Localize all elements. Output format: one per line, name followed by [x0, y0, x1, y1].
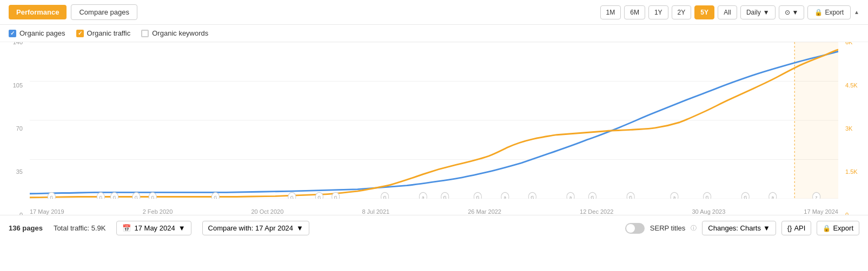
period-all[interactable]: All	[718, 5, 737, 19]
y-label-0: 0	[19, 212, 23, 215]
svg-text:G: G	[443, 195, 447, 199]
bottom-right-controls: SERP titles ⓘ Changes: Charts ▼ {} API 🔒…	[625, 221, 859, 235]
x-label-8: 17 May 2024	[804, 208, 838, 215]
target-dropdown[interactable]: ⊙ ▼	[779, 5, 805, 19]
y-axis-left: 140 105 70 35 0	[0, 42, 27, 215]
y-label-35: 35	[16, 168, 23, 175]
chart-container: 140 105 70 35 0 6K 4.5K 3K 1.5K 0 G	[0, 42, 868, 215]
y-axis-right: 6K 4.5K 3K 1.5K 0	[841, 42, 868, 215]
changes-label: Changes: Charts	[708, 224, 761, 232]
svg-text:a: a	[569, 195, 572, 199]
bottom-export-button[interactable]: 🔒 Export	[817, 221, 859, 235]
svg-text:G: G	[629, 195, 633, 199]
y-label-105: 105	[13, 82, 23, 89]
organic-traffic-label: Organic traffic	[87, 29, 131, 37]
x-label-5: 26 Mar 2022	[468, 208, 501, 215]
svg-text:G: G	[99, 195, 103, 199]
svg-text:G: G	[50, 195, 54, 199]
export-lock-icon: 🔒	[823, 225, 831, 232]
svg-text:G: G	[214, 195, 217, 199]
api-icon: {}	[787, 224, 792, 232]
legend-organic-keywords[interactable]: Organic keywords	[141, 29, 208, 37]
y-label-4-5k: 4.5K	[845, 82, 858, 89]
x-label-2: 2 Feb 2020	[143, 208, 173, 215]
daily-dropdown[interactable]: Daily ▼	[740, 5, 776, 19]
y-label-3k: 3K	[845, 125, 852, 132]
checkmark-icon: ✓	[10, 30, 15, 36]
serp-titles-label: SERP titles	[650, 224, 686, 232]
api-button[interactable]: {} API	[781, 221, 812, 235]
period-1m[interactable]: 1M	[600, 5, 621, 19]
y-label-6k: 6K	[845, 42, 852, 45]
total-traffic-value: 5.9K	[91, 224, 106, 232]
serp-titles-toggle[interactable]	[625, 223, 645, 234]
svg-text:G: G	[334, 195, 338, 199]
legend-organic-traffic[interactable]: ✓ Organic traffic	[76, 29, 131, 37]
calendar-icon: 📅	[122, 224, 131, 232]
total-traffic-info: Total traffic: 5.9K	[54, 224, 106, 232]
y-label-70: 70	[16, 125, 23, 132]
annotations: G G G G G G G G G G a G G	[48, 192, 820, 199]
svg-text:G: G	[290, 195, 294, 199]
y-label-0-right: 0	[845, 212, 849, 215]
changes-button[interactable]: Changes: Charts ▼	[702, 221, 776, 235]
svg-text:G: G	[151, 195, 155, 199]
date-dropdown-arrow: ▼	[178, 224, 185, 232]
performance-button[interactable]: Performance	[9, 5, 67, 19]
dropdown-arrow-icon: ▼	[763, 9, 770, 16]
bottom-bar: 136 pages Total traffic: 5.9K 📅 17 May 2…	[0, 215, 868, 241]
export-button[interactable]: 🔒 Export	[807, 5, 851, 19]
svg-text:a: a	[772, 195, 774, 199]
svg-text:G: G	[531, 195, 534, 199]
total-traffic-label: Total traffic:	[54, 224, 89, 232]
date-picker-button[interactable]: 📅 17 May 2024 ▼	[116, 221, 191, 235]
date-label: 17 May 2024	[134, 224, 175, 232]
svg-text:a: a	[504, 195, 507, 199]
svg-text:a: a	[673, 195, 676, 199]
compare-with-button[interactable]: Compare with: 17 Apr 2024 ▼	[202, 221, 309, 235]
svg-text:G: G	[744, 195, 747, 199]
top-right-controls: 1M 6M 1Y 2Y 5Y All Daily ▼ ⊙ ▼ 🔒 Export …	[600, 5, 859, 19]
svg-text:G: G	[705, 195, 709, 199]
checkmark-icon-traffic: ✓	[78, 30, 82, 36]
target-icon: ⊙	[785, 9, 790, 16]
svg-text:G: G	[317, 195, 321, 199]
svg-text:a: a	[422, 195, 425, 199]
checkbox-organic-traffic[interactable]: ✓	[76, 30, 84, 37]
period-6m[interactable]: 6M	[624, 5, 645, 19]
svg-text:G: G	[135, 195, 138, 199]
toggle-knob	[626, 224, 635, 233]
target-dropdown-arrow: ▼	[792, 9, 799, 16]
y-label-1-5k: 1.5K	[845, 168, 858, 175]
compare-dropdown-arrow: ▼	[296, 224, 303, 232]
x-label-7: 30 Aug 2023	[692, 208, 726, 215]
checkbox-organic-keywords[interactable]	[141, 30, 149, 37]
serp-info-icon[interactable]: ⓘ	[691, 224, 697, 232]
x-label-6: 12 Dec 2022	[580, 208, 613, 215]
x-label-3: 20 Oct 2020	[251, 208, 283, 215]
compare-pages-button[interactable]: Compare pages	[71, 4, 137, 20]
changes-dropdown-arrow: ▼	[763, 224, 770, 232]
top-left-actions: Performance Compare pages	[9, 4, 137, 20]
chart-svg: G G G G G G G G G G a G G	[30, 42, 838, 199]
svg-text:G: G	[476, 195, 480, 199]
period-2y[interactable]: 2Y	[672, 5, 692, 19]
svg-text:z: z	[816, 195, 818, 199]
pages-count: 136 pages	[9, 224, 43, 232]
svg-text:G: G	[591, 195, 594, 199]
collapse-icon[interactable]: ▲	[854, 9, 859, 15]
legend-organic-pages[interactable]: ✓ Organic pages	[9, 29, 65, 37]
x-axis-labels: 17 May 2019 2 Feb 2020 20 Oct 2020 8 Jul…	[30, 208, 838, 215]
compare-label: Compare with: 17 Apr 2024	[208, 224, 294, 232]
period-5y[interactable]: 5Y	[694, 5, 714, 19]
legend-bar: ✓ Organic pages ✓ Organic traffic Organi…	[0, 25, 868, 42]
bottom-export-label: Export	[833, 224, 853, 232]
lock-icon: 🔒	[814, 9, 823, 16]
svg-text:G: G	[112, 195, 116, 199]
checkbox-organic-pages[interactable]: ✓	[9, 30, 16, 37]
x-label-1: 17 May 2019	[30, 208, 64, 215]
top-bar: Performance Compare pages 1M 6M 1Y 2Y 5Y…	[0, 0, 868, 25]
organic-pages-label: Organic pages	[19, 29, 65, 37]
period-1y[interactable]: 1Y	[648, 5, 668, 19]
api-label: API	[794, 224, 805, 232]
